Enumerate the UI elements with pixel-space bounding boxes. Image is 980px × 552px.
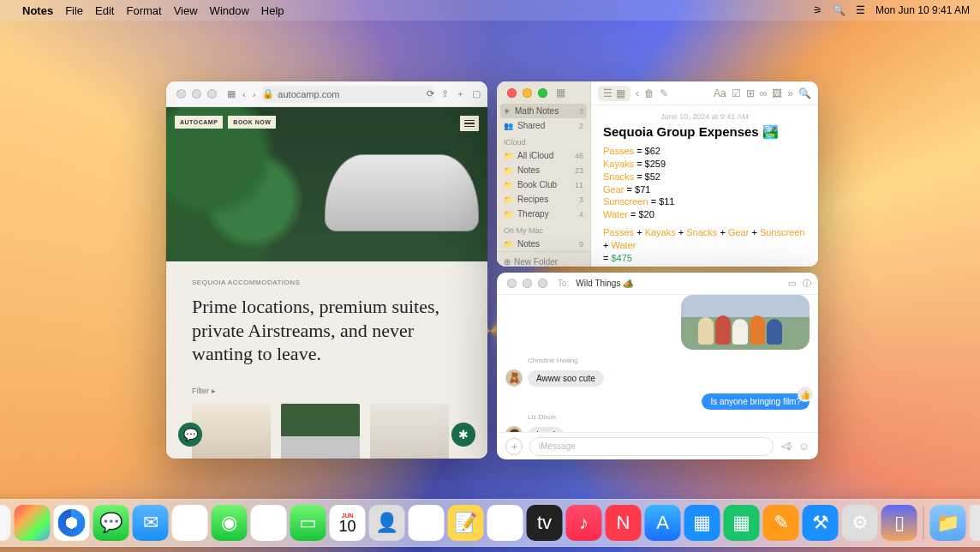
view-mode-segment[interactable]: ☰▦ bbox=[598, 86, 630, 101]
menu-format[interactable]: Format bbox=[126, 4, 161, 17]
dock-appstore[interactable]: A bbox=[645, 505, 681, 541]
link-icon[interactable]: ∞ bbox=[760, 87, 768, 99]
address-bar[interactable]: 🔒 autocamp.com ⟳ bbox=[262, 86, 434, 103]
minimize-button[interactable] bbox=[523, 88, 532, 98]
info-icon[interactable]: ⓘ bbox=[803, 278, 811, 290]
filter-control[interactable]: Filter ▸ bbox=[192, 387, 462, 395]
my-message-bubble[interactable]: Is anyone bringing film? 👍 bbox=[702, 393, 810, 410]
close-button[interactable] bbox=[507, 88, 517, 98]
sidebar-item-recipes[interactable]: 📁Recipes3 bbox=[497, 192, 590, 207]
sidebar-item-bookclub[interactable]: 📁Book Club11 bbox=[497, 177, 590, 192]
search-icon[interactable]: 🔍 bbox=[798, 87, 811, 99]
menu-help[interactable]: Help bbox=[261, 4, 284, 17]
facetime-icon[interactable]: ▭ bbox=[788, 279, 796, 288]
zoom-button[interactable] bbox=[538, 279, 547, 288]
dock-news[interactable]: N bbox=[606, 505, 642, 541]
minimize-button[interactable] bbox=[523, 279, 532, 288]
avatar[interactable]: 🧸 bbox=[505, 369, 523, 387]
dock-keynote[interactable]: ▦ bbox=[684, 505, 720, 541]
sidebar-item-therapy[interactable]: 📁Therapy4 bbox=[497, 207, 590, 221]
new-tab-icon[interactable]: ＋ bbox=[456, 87, 465, 100]
hamburger-menu[interactable] bbox=[460, 116, 479, 131]
safari-page: AUTOCAMP BOOK NOW SEQUOIA ACCOMMODATIONS… bbox=[166, 107, 487, 459]
wifi-icon[interactable]: ⚞ bbox=[813, 4, 822, 16]
reload-icon[interactable]: ⟳ bbox=[427, 88, 434, 99]
tabs-icon[interactable]: ▢ bbox=[472, 88, 481, 99]
dock-settings[interactable]: ⚙︎ bbox=[842, 505, 878, 541]
checklist-icon[interactable]: ☑︎ bbox=[732, 87, 741, 99]
control-center-icon[interactable]: ☰ bbox=[856, 4, 865, 16]
accessibility-fab[interactable]: ✱ bbox=[451, 423, 475, 447]
sidebar-item-all-icloud[interactable]: 📁All iCloud46 bbox=[497, 148, 590, 163]
menu-file[interactable]: File bbox=[65, 4, 83, 17]
dock-freeform[interactable]: ✎ bbox=[487, 505, 523, 541]
dock-pages[interactable]: ✎ bbox=[763, 505, 799, 541]
dock-iphone-mirroring[interactable]: ▯ bbox=[881, 505, 917, 541]
tapback-thumbs-up[interactable]: 👍 bbox=[798, 387, 813, 402]
compose-icon[interactable]: ✎ bbox=[660, 87, 668, 99]
dock-launchpad[interactable] bbox=[15, 505, 51, 541]
dock-mail[interactable]: ✉︎ bbox=[133, 505, 169, 541]
dock-notes[interactable]: 📝 bbox=[448, 505, 484, 541]
to-value[interactable]: Wild Things 🏕️ bbox=[576, 279, 633, 288]
thumbnail-1[interactable] bbox=[192, 404, 271, 459]
close-button[interactable] bbox=[507, 279, 517, 288]
dock-messages[interactable]: 💬 bbox=[93, 505, 129, 541]
thumbnail-2[interactable] bbox=[281, 404, 360, 459]
dock-reminders[interactable]: ☰ bbox=[409, 505, 445, 541]
more-icon[interactable]: » bbox=[787, 87, 793, 99]
dock-music[interactable]: ♪ bbox=[566, 505, 602, 541]
sidebar-item-local-notes[interactable]: 📁Notes9 bbox=[497, 237, 590, 251]
dock-safari[interactable] bbox=[54, 505, 90, 541]
minimize-button[interactable] bbox=[192, 89, 201, 99]
sidebar-item-shared[interactable]: 👥Shared 2 bbox=[497, 118, 590, 133]
dock-contacts[interactable]: 👤 bbox=[369, 505, 405, 541]
dock-tv[interactable]: tv bbox=[527, 505, 563, 541]
thumbnail-3[interactable] bbox=[370, 404, 449, 459]
back-icon[interactable]: ‹ bbox=[636, 87, 639, 99]
zoom-button[interactable] bbox=[538, 88, 547, 98]
menu-window[interactable]: Window bbox=[210, 4, 249, 17]
book-now-button[interactable]: BOOK NOW bbox=[228, 116, 276, 129]
zoom-button[interactable] bbox=[207, 89, 217, 99]
media-icon[interactable]: 🖼 bbox=[772, 87, 782, 99]
new-folder-button[interactable]: ⊕New Folder bbox=[497, 251, 590, 267]
dock-calendar[interactable]: JUN10 bbox=[330, 505, 366, 541]
trash-icon[interactable]: 🗑 bbox=[644, 87, 654, 99]
dock-trash[interactable]: 🗑 bbox=[970, 505, 981, 541]
dock-maps[interactable]: 🗺 bbox=[172, 505, 208, 541]
sidebar-toggle-icon[interactable]: ▦ bbox=[556, 87, 565, 99]
clock[interactable]: Mon Jun 10 9:41 AM bbox=[875, 4, 970, 16]
chat-fab[interactable]: 💬 bbox=[178, 423, 202, 447]
dock-downloads[interactable]: 📁 bbox=[930, 505, 966, 541]
search-icon[interactable]: 🔍 bbox=[833, 4, 846, 16]
message-bubble[interactable]: Awww soo cute bbox=[528, 370, 604, 387]
sidebar-item-notes[interactable]: 📁Notes23 bbox=[497, 163, 590, 177]
photo-message[interactable] bbox=[681, 295, 810, 350]
message-bubble[interactable]: I am! bbox=[528, 427, 564, 432]
sidebar-item-math-notes[interactable]: ✳︎Math Notes 3 bbox=[500, 104, 587, 118]
compose-input[interactable]: iMessage bbox=[529, 437, 774, 456]
menu-edit[interactable]: Edit bbox=[95, 4, 114, 17]
close-button[interactable] bbox=[176, 89, 186, 99]
menu-view[interactable]: View bbox=[174, 4, 198, 17]
back-icon[interactable]: ‹ bbox=[242, 89, 246, 99]
app-menu[interactable]: Notes bbox=[22, 4, 53, 17]
dock-numbers[interactable]: ▦ bbox=[724, 505, 760, 541]
share-icon[interactable]: ⇪ bbox=[441, 88, 449, 99]
dock-xcode[interactable]: ⚒ bbox=[803, 505, 839, 541]
dock-finder[interactable] bbox=[0, 505, 11, 541]
avatar[interactable]: 👩 bbox=[505, 426, 523, 432]
audio-message-icon[interactable]: ⏿ bbox=[780, 440, 792, 453]
sidebar-icon[interactable]: ▦ bbox=[227, 88, 236, 99]
note-editor[interactable]: June 10, 2024 at 9:41 AM Sequoia Group E… bbox=[591, 105, 818, 267]
dock-facetime[interactable]: ▭ bbox=[290, 505, 326, 541]
add-attachment-button[interactable]: ＋ bbox=[505, 438, 523, 455]
forward-icon[interactable]: › bbox=[253, 89, 256, 99]
table-icon[interactable]: ⊞ bbox=[746, 87, 755, 99]
logo-badge[interactable]: AUTOCAMP bbox=[175, 116, 223, 129]
format-icon[interactable]: Aa bbox=[714, 87, 726, 99]
dock-findmy[interactable]: ◉ bbox=[212, 505, 248, 541]
emoji-picker-icon[interactable]: ☺ bbox=[798, 440, 810, 453]
dock-photos[interactable]: ✿ bbox=[251, 505, 287, 541]
